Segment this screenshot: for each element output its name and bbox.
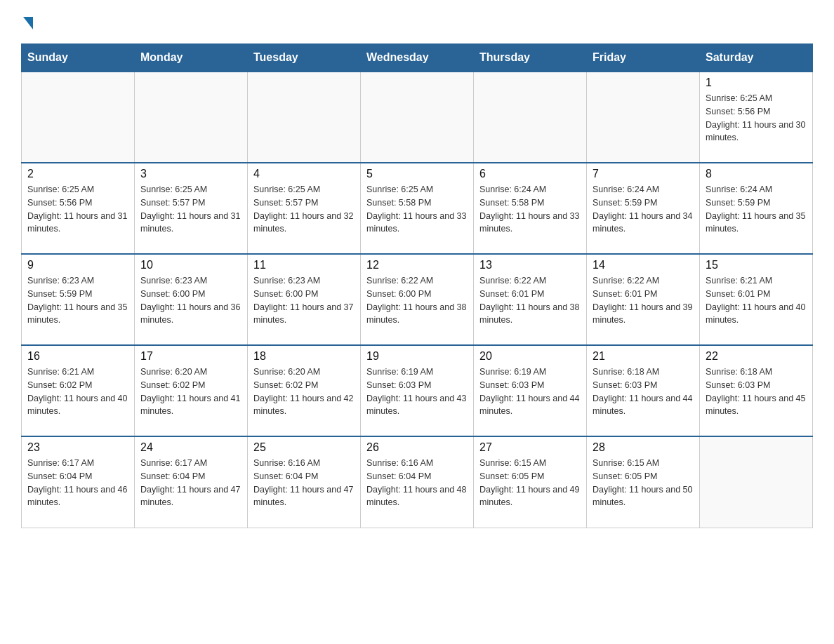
calendar-cell: 10Sunrise: 6:23 AMSunset: 6:00 PMDayligh…	[135, 254, 248, 345]
day-header-sunday: Sunday	[22, 44, 135, 72]
calendar-header-row: SundayMondayTuesdayWednesdayThursdayFrid…	[22, 44, 813, 72]
day-info: Sunrise: 6:22 AMSunset: 6:01 PMDaylight:…	[479, 274, 581, 327]
calendar-cell: 3Sunrise: 6:25 AMSunset: 5:57 PMDaylight…	[135, 163, 248, 254]
day-number: 1	[706, 76, 807, 89]
calendar-cell: 26Sunrise: 6:16 AMSunset: 6:04 PMDayligh…	[361, 436, 474, 528]
calendar-cell: 25Sunrise: 6:16 AMSunset: 6:04 PMDayligh…	[248, 436, 361, 528]
calendar-cell: 16Sunrise: 6:21 AMSunset: 6:02 PMDayligh…	[22, 345, 135, 436]
day-number: 5	[366, 168, 468, 180]
calendar-week-row: 9Sunrise: 6:23 AMSunset: 5:59 PMDaylight…	[22, 254, 813, 345]
day-number: 23	[27, 441, 128, 454]
day-number: 2	[27, 168, 128, 180]
calendar-cell: 1Sunrise: 6:25 AMSunset: 5:56 PMDaylight…	[700, 72, 813, 163]
calendar-week-row: 1Sunrise: 6:25 AMSunset: 5:56 PMDaylight…	[22, 72, 813, 163]
day-info: Sunrise: 6:22 AMSunset: 6:00 PMDaylight:…	[366, 274, 468, 327]
day-header-thursday: Thursday	[474, 44, 587, 72]
day-number: 10	[140, 259, 241, 271]
day-info: Sunrise: 6:15 AMSunset: 6:05 PMDaylight:…	[593, 457, 694, 509]
day-number: 14	[593, 259, 694, 271]
calendar-cell	[361, 72, 474, 163]
calendar-cell	[474, 72, 587, 163]
day-number: 28	[593, 441, 694, 454]
calendar-cell: 24Sunrise: 6:17 AMSunset: 6:04 PMDayligh…	[135, 436, 248, 528]
day-number: 26	[366, 441, 468, 454]
day-number: 19	[366, 350, 468, 363]
calendar-cell: 11Sunrise: 6:23 AMSunset: 6:00 PMDayligh…	[248, 254, 361, 345]
day-info: Sunrise: 6:20 AMSunset: 6:02 PMDaylight:…	[140, 365, 241, 418]
calendar-cell	[248, 72, 361, 163]
day-info: Sunrise: 6:24 AMSunset: 5:59 PMDaylight:…	[706, 183, 807, 236]
day-header-saturday: Saturday	[700, 44, 813, 72]
day-number: 18	[253, 350, 355, 363]
calendar-cell: 21Sunrise: 6:18 AMSunset: 6:03 PMDayligh…	[587, 345, 700, 436]
day-number: 15	[706, 259, 807, 271]
day-info: Sunrise: 6:18 AMSunset: 6:03 PMDaylight:…	[593, 365, 694, 418]
day-number: 11	[253, 259, 355, 271]
day-number: 20	[479, 350, 581, 363]
calendar-cell: 13Sunrise: 6:22 AMSunset: 6:01 PMDayligh…	[474, 254, 587, 345]
calendar-cell: 19Sunrise: 6:19 AMSunset: 6:03 PMDayligh…	[361, 345, 474, 436]
day-info: Sunrise: 6:25 AMSunset: 5:57 PMDaylight:…	[253, 183, 355, 236]
day-info: Sunrise: 6:15 AMSunset: 6:05 PMDaylight:…	[479, 457, 581, 509]
day-info: Sunrise: 6:24 AMSunset: 5:59 PMDaylight:…	[593, 183, 694, 236]
calendar-cell: 6Sunrise: 6:24 AMSunset: 5:58 PMDaylight…	[474, 163, 587, 254]
day-number: 27	[479, 441, 581, 454]
calendar-cell: 27Sunrise: 6:15 AMSunset: 6:05 PMDayligh…	[474, 436, 587, 528]
day-number: 22	[706, 350, 807, 363]
day-number: 12	[366, 259, 468, 271]
day-info: Sunrise: 6:25 AMSunset: 5:58 PMDaylight:…	[366, 183, 468, 236]
day-info: Sunrise: 6:19 AMSunset: 6:03 PMDaylight:…	[479, 365, 581, 418]
day-info: Sunrise: 6:25 AMSunset: 5:57 PMDaylight:…	[140, 183, 241, 236]
calendar-cell: 15Sunrise: 6:21 AMSunset: 6:01 PMDayligh…	[700, 254, 813, 345]
calendar-cell	[587, 72, 700, 163]
page-header	[21, 14, 813, 29]
calendar-cell: 4Sunrise: 6:25 AMSunset: 5:57 PMDaylight…	[248, 163, 361, 254]
day-info: Sunrise: 6:16 AMSunset: 6:04 PMDaylight:…	[253, 457, 355, 509]
day-number: 9	[27, 259, 128, 271]
day-info: Sunrise: 6:17 AMSunset: 6:04 PMDaylight:…	[140, 457, 241, 509]
calendar-cell: 18Sunrise: 6:20 AMSunset: 6:02 PMDayligh…	[248, 345, 361, 436]
logo	[21, 14, 33, 29]
day-header-tuesday: Tuesday	[248, 44, 361, 72]
calendar-cell: 20Sunrise: 6:19 AMSunset: 6:03 PMDayligh…	[474, 345, 587, 436]
calendar-week-row: 2Sunrise: 6:25 AMSunset: 5:56 PMDaylight…	[22, 163, 813, 254]
calendar-cell: 23Sunrise: 6:17 AMSunset: 6:04 PMDayligh…	[22, 436, 135, 528]
calendar-table: SundayMondayTuesdayWednesdayThursdayFrid…	[21, 43, 813, 528]
day-number: 17	[140, 350, 241, 363]
day-number: 8	[706, 168, 807, 180]
calendar-cell: 22Sunrise: 6:18 AMSunset: 6:03 PMDayligh…	[700, 345, 813, 436]
calendar-cell: 9Sunrise: 6:23 AMSunset: 5:59 PMDaylight…	[22, 254, 135, 345]
day-number: 7	[593, 168, 694, 180]
calendar-cell: 12Sunrise: 6:22 AMSunset: 6:00 PMDayligh…	[361, 254, 474, 345]
day-header-friday: Friday	[587, 44, 700, 72]
calendar-cell	[700, 436, 813, 528]
day-info: Sunrise: 6:21 AMSunset: 6:01 PMDaylight:…	[706, 274, 807, 327]
day-number: 24	[140, 441, 241, 454]
calendar-cell: 2Sunrise: 6:25 AMSunset: 5:56 PMDaylight…	[22, 163, 135, 254]
calendar-cell: 17Sunrise: 6:20 AMSunset: 6:02 PMDayligh…	[135, 345, 248, 436]
day-header-wednesday: Wednesday	[361, 44, 474, 72]
day-info: Sunrise: 6:20 AMSunset: 6:02 PMDaylight:…	[253, 365, 355, 418]
day-info: Sunrise: 6:18 AMSunset: 6:03 PMDaylight:…	[706, 365, 807, 418]
calendar-cell: 28Sunrise: 6:15 AMSunset: 6:05 PMDayligh…	[587, 436, 700, 528]
day-info: Sunrise: 6:25 AMSunset: 5:56 PMDaylight:…	[27, 183, 128, 236]
day-info: Sunrise: 6:23 AMSunset: 6:00 PMDaylight:…	[140, 274, 241, 327]
logo-arrow-icon	[23, 17, 33, 29]
calendar-cell: 5Sunrise: 6:25 AMSunset: 5:58 PMDaylight…	[361, 163, 474, 254]
day-info: Sunrise: 6:22 AMSunset: 6:01 PMDaylight:…	[593, 274, 694, 327]
day-info: Sunrise: 6:24 AMSunset: 5:58 PMDaylight:…	[479, 183, 581, 236]
day-info: Sunrise: 6:19 AMSunset: 6:03 PMDaylight:…	[366, 365, 468, 418]
day-info: Sunrise: 6:23 AMSunset: 5:59 PMDaylight:…	[27, 274, 128, 327]
calendar-cell: 14Sunrise: 6:22 AMSunset: 6:01 PMDayligh…	[587, 254, 700, 345]
calendar-cell: 7Sunrise: 6:24 AMSunset: 5:59 PMDaylight…	[587, 163, 700, 254]
day-header-monday: Monday	[135, 44, 248, 72]
day-number: 3	[140, 168, 241, 180]
day-info: Sunrise: 6:17 AMSunset: 6:04 PMDaylight:…	[27, 457, 128, 509]
day-number: 25	[253, 441, 355, 454]
day-number: 4	[253, 168, 355, 180]
calendar-week-row: 16Sunrise: 6:21 AMSunset: 6:02 PMDayligh…	[22, 345, 813, 436]
day-number: 6	[479, 168, 581, 180]
day-number: 13	[479, 259, 581, 271]
day-info: Sunrise: 6:16 AMSunset: 6:04 PMDaylight:…	[366, 457, 468, 509]
day-number: 16	[27, 350, 128, 363]
